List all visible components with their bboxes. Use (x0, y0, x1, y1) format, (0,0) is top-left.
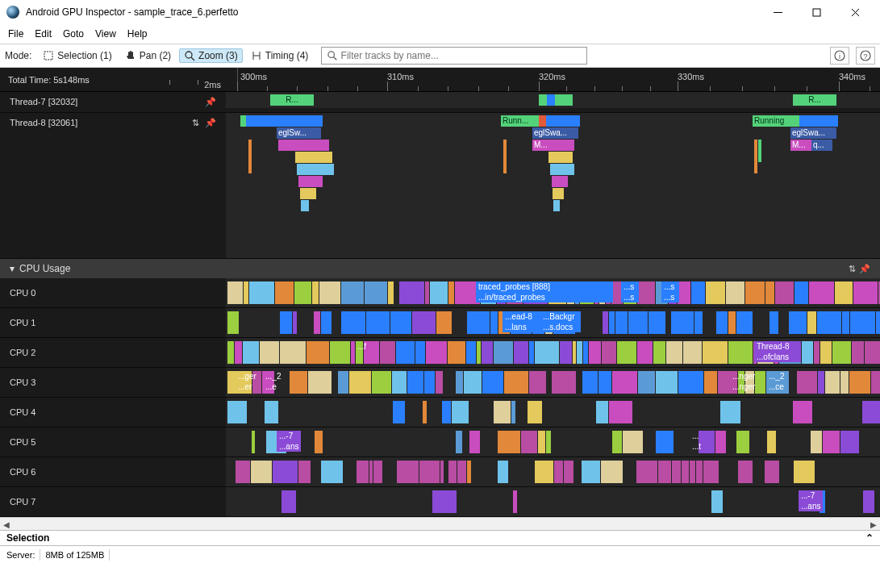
slice[interactable] (799, 115, 838, 127)
slice[interactable] (300, 188, 316, 199)
slice[interactable] (240, 115, 246, 127)
info-button[interactable]: i (830, 47, 849, 65)
zoom-mode-button[interactable]: Zoom (3) (179, 48, 243, 63)
time-ruler[interactable]: Total Time: 5s148ms 2ms 300ms 310ms 320m… (0, 68, 880, 92)
cpu-row-6[interactable]: CPU 6 (0, 457, 880, 487)
pan-mode-button[interactable]: Pan (2) (120, 48, 176, 63)
cpu-content[interactable] (226, 457, 880, 486)
slice-eglswap[interactable]: eglSwa... (790, 127, 836, 139)
track-thread-7[interactable]: Thread-7 [32032] 📌 R... R... (0, 92, 880, 113)
cpu-slice-label[interactable]: ...s...s (661, 281, 679, 302)
svg-rect-4 (44, 52, 52, 60)
cpu-row-3[interactable]: CPU 3...ger...er..._2...e...nger...nger.… (0, 368, 880, 398)
cpu-row-0[interactable]: CPU 0traced_probes [888]...in/traced_pro… (0, 278, 880, 308)
scroll-left-icon[interactable]: ◀ (0, 518, 13, 531)
menu-help[interactable]: Help (127, 28, 148, 40)
menu-edit[interactable]: Edit (35, 28, 52, 40)
slice[interactable] (301, 200, 309, 211)
cpu-row-2[interactable]: CPU 2Thread-8...ofclans...f (0, 338, 880, 368)
slice[interactable] (295, 152, 332, 163)
selection-label: Selection (6, 532, 49, 544)
thread-7-content[interactable]: R... R... (226, 92, 880, 108)
slice[interactable] (297, 164, 334, 175)
cpu-content[interactable]: ...ead-8...lans...Backgr...s.docs (226, 308, 880, 337)
slice[interactable] (298, 176, 323, 187)
cpu-slice-label[interactable]: ...f (355, 341, 379, 362)
cpu-slice-label[interactable]: ...nger...nger (730, 371, 761, 392)
minimize-button[interactable] (765, 4, 790, 20)
slice[interactable] (555, 94, 573, 106)
cpu-slice-label[interactable]: ...ead-8...lans (503, 311, 539, 332)
chevron-down-icon[interactable]: ▾ (10, 263, 15, 274)
cpu-slice-label[interactable]: traced_probes [888]...in/traced_probes (476, 281, 613, 302)
slice-running[interactable]: Runn... (501, 115, 539, 127)
slice[interactable] (754, 140, 757, 173)
maximize-button[interactable] (804, 4, 828, 20)
horizontal-scrollbar[interactable]: ◀ ▶ (0, 517, 880, 530)
pin-icon[interactable]: 📌 (205, 118, 216, 127)
pin-icon[interactable]: 📌 (205, 97, 216, 106)
slice[interactable] (758, 140, 761, 162)
slice[interactable] (546, 115, 580, 127)
cpu-slice-label[interactable]: ...Backgr...s.docs (540, 311, 581, 332)
cpu-content[interactable]: traced_probes [888]...in/traced_probes..… (226, 278, 880, 307)
cpu-slice-label[interactable]: ..._2...e (263, 371, 282, 392)
slice-running[interactable]: R... (793, 94, 836, 106)
help-button[interactable]: ? (856, 47, 875, 65)
slice[interactable] (555, 140, 574, 151)
collapse-toggle-icon[interactable]: ⇅ (192, 118, 199, 127)
cpu-row-4[interactable]: CPU 4 (0, 398, 880, 427)
thread-8-content[interactable]: eglSw... Runn... eglSwa... M... Running (226, 113, 880, 258)
cpu-usage-header[interactable]: ▾ CPU Usage ⇅ 📌 (0, 259, 880, 278)
menu-file[interactable]: File (8, 28, 23, 40)
cpu-content[interactable]: ...-7...ans......t (226, 427, 880, 457)
cpu-slice-label[interactable]: ...-7...ans (799, 490, 823, 511)
slice[interactable] (539, 94, 547, 106)
chevron-up-icon[interactable]: ⌃ (865, 532, 874, 544)
timing-mode-button[interactable]: Timing (4) (246, 48, 314, 63)
selection-mode-button[interactable]: Selection (1) (38, 48, 116, 63)
slice[interactable] (503, 140, 507, 173)
slice-eglswap[interactable]: eglSwa... (532, 127, 578, 139)
slice[interactable] (550, 164, 574, 175)
slice[interactable] (278, 140, 329, 151)
cpu-row-1[interactable]: CPU 1...ead-8...lans...Backgr...s.docs (0, 308, 880, 338)
cpu-content[interactable]: Thread-8...ofclans...f (226, 338, 880, 367)
slice-m[interactable]: M... (532, 140, 555, 151)
cpu-slice-label[interactable]: Thread-8...ofclans (754, 341, 801, 362)
cpu-row-5[interactable]: CPU 5...-7...ans......t (0, 427, 880, 457)
slice-running[interactable]: Running (753, 115, 799, 127)
slice-m[interactable]: M... (790, 140, 811, 151)
cpu-slice-label[interactable]: ......t (690, 431, 709, 452)
menu-view[interactable]: View (95, 28, 116, 40)
track-thread-8[interactable]: Thread-8 [32061] ⇅ 📌 eglSw... Runn... eg… (0, 113, 880, 259)
cpu-slice-label[interactable]: ...ger...er (236, 371, 260, 392)
cpu-slice-label[interactable]: ..._2...ce (766, 371, 789, 392)
slice[interactable] (246, 115, 323, 127)
cpu-row-7[interactable]: CPU 7...-7...ans (0, 487, 880, 517)
track-filter-input[interactable] (341, 50, 582, 61)
statusbar: Server: 8MB of 125MB (0, 546, 880, 564)
selection-panel-header[interactable]: Selection ⌃ (0, 530, 880, 546)
scroll-right-icon[interactable]: ▶ (867, 518, 880, 531)
slice[interactable] (539, 115, 546, 127)
slice[interactable] (248, 140, 252, 173)
close-button[interactable] (843, 4, 867, 20)
pin-icon[interactable]: 📌 (859, 264, 870, 274)
collapse-toggle-icon[interactable]: ⇅ (849, 264, 856, 274)
track-filter[interactable] (321, 47, 587, 65)
slice-q[interactable]: q... (811, 140, 832, 151)
cpu-content[interactable] (226, 398, 880, 427)
cpu-content[interactable]: ...ger...er..._2...e...nger...nger..._2.… (226, 368, 880, 397)
slice[interactable] (547, 94, 555, 106)
menu-goto[interactable]: Goto (63, 28, 84, 40)
slice-running[interactable]: R... (270, 94, 314, 106)
cpu-slice-label[interactable]: ...-7...ans (277, 431, 301, 452)
slice[interactable] (548, 152, 573, 163)
slice[interactable] (552, 176, 568, 187)
slice-eglswap[interactable]: eglSw... (277, 127, 321, 139)
cpu-content[interactable]: ...-7...ans (226, 487, 880, 516)
slice[interactable] (553, 188, 564, 199)
cpu-slice-label[interactable]: ...s...s (621, 281, 639, 302)
slice[interactable] (553, 200, 560, 211)
